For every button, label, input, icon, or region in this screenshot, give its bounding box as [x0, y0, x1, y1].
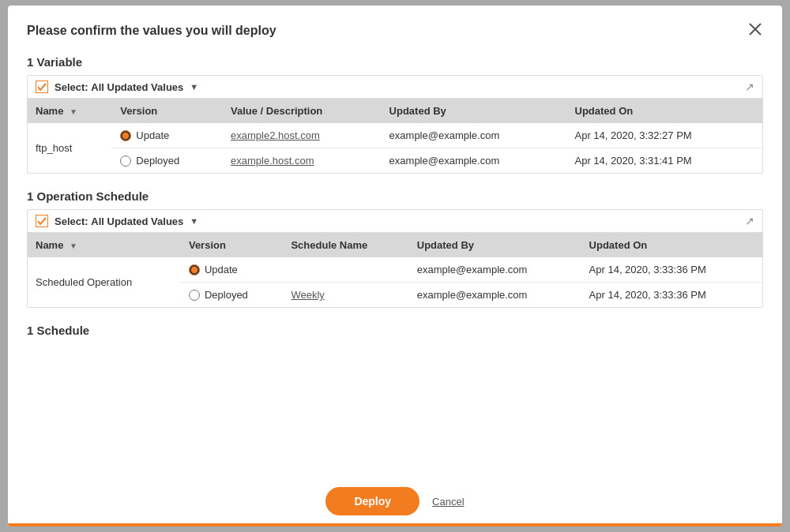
- opschedule-select-checkbox[interactable]: [36, 215, 48, 227]
- modal: Please confirm the values you will deplo…: [8, 6, 782, 526]
- var-deployed-radio[interactable]: [120, 155, 131, 167]
- var-value-deployed: example.host.com: [223, 148, 382, 174]
- ops-deployed-radio[interactable]: [189, 290, 200, 301]
- cancel-button[interactable]: Cancel: [432, 496, 464, 508]
- col-name: Name ▼: [28, 99, 112, 123]
- var-updatedby-deployed: example@example.com: [382, 148, 567, 174]
- variable-select-checkbox[interactable]: [36, 81, 48, 93]
- ops-version-deployed-label[interactable]: Deployed: [189, 289, 276, 301]
- var-updatedon-update: Apr 14, 2020, 3:32:27 PM: [567, 123, 762, 148]
- variable-section: 1 Variable Select: All Updated Values: [27, 55, 763, 174]
- ops-col-name: Name ▼: [28, 233, 181, 257]
- ops-col-updatedon: Updated On: [581, 233, 762, 257]
- var-version-update: Update: [112, 123, 223, 148]
- variable-section-title: 1 Variable: [27, 55, 763, 69]
- var-value-link-deployed[interactable]: example.host.com: [231, 155, 314, 167]
- var-value-update: example2.host.com: [223, 123, 382, 148]
- opschedule-table: Name ▼ Version Schedule Name Updated By …: [28, 233, 762, 307]
- var-updatedby-update: example@example.com: [382, 123, 567, 148]
- variable-section-block: Select: All Updated Values ▼ ↗ Name ▼ Ve…: [27, 75, 763, 174]
- ops-name: Scheduled Operation: [28, 257, 181, 307]
- schedule-section: 1 Schedule: [27, 324, 763, 343]
- ops-col-updatedby: Updated By: [409, 233, 581, 257]
- ops-updatedby-deployed: example@example.com: [409, 283, 581, 308]
- check-icon: [37, 82, 47, 92]
- schedule-section-title: 1 Schedule: [27, 324, 763, 337]
- modal-bottom-bar: [8, 523, 782, 526]
- close-icon: [747, 21, 763, 37]
- modal-body: 1 Variable Select: All Updated Values: [8, 47, 782, 526]
- var-name: ftp_host: [28, 123, 112, 173]
- variable-select-chevron[interactable]: ▼: [190, 82, 198, 92]
- var-updatedon-deployed: Apr 14, 2020, 3:31:41 PM: [567, 148, 762, 174]
- variable-select-bar: Select: All Updated Values ▼ ↗: [28, 76, 762, 99]
- opschedule-section-title: 1 Operation Schedule: [27, 189, 763, 203]
- variable-table: Name ▼ Version Value / Description Updat…: [28, 99, 762, 173]
- opschedule-select-label: Select: All Updated Values: [55, 215, 183, 227]
- ops-name-sort-icon: ▼: [70, 242, 77, 250]
- variable-expand-icon[interactable]: ↗: [745, 81, 754, 93]
- var-value-link-update[interactable]: example2.host.com: [231, 129, 320, 141]
- table-row: Deployed example.host.com example@exampl…: [28, 148, 762, 174]
- variable-select-label: Select: All Updated Values: [55, 81, 183, 93]
- variable-select-bar-left: Select: All Updated Values ▼: [36, 81, 198, 93]
- ops-version-update-label[interactable]: Update: [189, 264, 276, 275]
- ops-version-update: Update: [181, 257, 284, 283]
- var-version-deployed-label[interactable]: Deployed: [120, 155, 215, 167]
- modal-header: Please confirm the values you will deplo…: [8, 6, 782, 47]
- modal-title: Please confirm the values you will deplo…: [27, 24, 276, 38]
- ops-col-schedule: Schedule Name: [283, 233, 408, 257]
- ops-updatedon-update: Apr 14, 2020, 3:33:36 PM: [581, 257, 762, 283]
- check-icon-2: [37, 216, 47, 226]
- var-version-deployed: Deployed: [112, 148, 223, 174]
- opschedule-select-bar: Select: All Updated Values ▼ ↗: [28, 210, 762, 233]
- ops-schedule-update: [283, 257, 408, 283]
- col-value: Value / Description: [223, 99, 382, 123]
- close-button[interactable]: [747, 21, 763, 39]
- deploy-button[interactable]: Deploy: [325, 487, 419, 515]
- ops-col-version: Version: [181, 233, 284, 257]
- opschedule-select-bar-left: Select: All Updated Values ▼: [36, 215, 198, 227]
- col-updated-on: Updated On: [567, 99, 762, 123]
- ops-update-radio[interactable]: [189, 264, 200, 275]
- var-update-radio[interactable]: [120, 130, 131, 141]
- modal-overlay: Please confirm the values you will deplo…: [0, 0, 790, 532]
- opschedule-select-chevron[interactable]: ▼: [190, 216, 198, 226]
- ops-version-deployed: Deployed: [181, 283, 284, 308]
- col-version: Version: [112, 99, 223, 123]
- opschedule-expand-icon[interactable]: ↗: [745, 215, 754, 227]
- table-row: Scheduled Operation Update example@examp…: [28, 257, 762, 283]
- name-sort-icon: ▼: [70, 107, 77, 116]
- ops-updatedon-deployed: Apr 14, 2020, 3:33:36 PM: [581, 283, 762, 308]
- ops-updatedby-update: example@example.com: [409, 257, 581, 283]
- table-row: ftp_host Update example2.host.com: [28, 123, 762, 148]
- opschedule-section-block: Select: All Updated Values ▼ ↗ Name ▼ Ve…: [27, 209, 763, 308]
- ops-schedule-deployed: Weekly: [283, 283, 408, 308]
- var-version-update-label[interactable]: Update: [120, 129, 215, 141]
- ops-schedule-link[interactable]: Weekly: [291, 289, 324, 301]
- col-updated-by: Updated By: [382, 99, 567, 123]
- modal-footer: Deploy Cancel: [8, 482, 782, 520]
- opschedule-section: 1 Operation Schedule Select: All Updated…: [27, 189, 763, 308]
